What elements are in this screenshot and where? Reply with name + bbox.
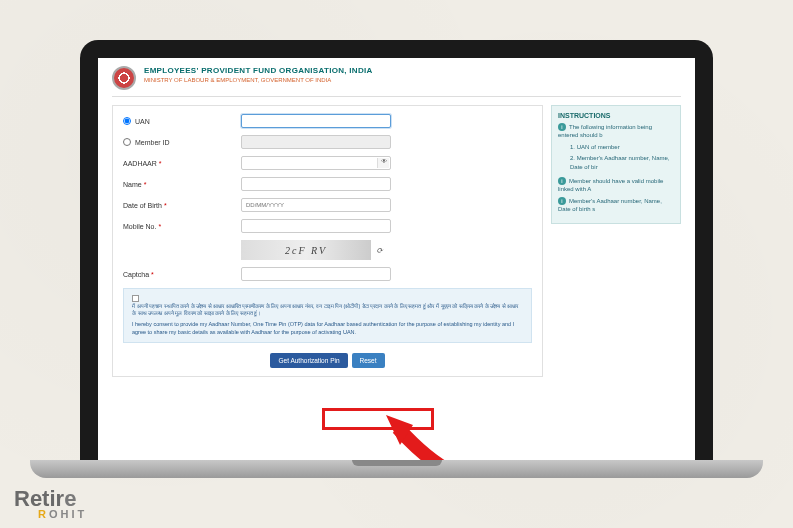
watermark: Retire ROHIT	[14, 486, 87, 520]
laptop-frame: EMPLOYEES' PROVIDENT FUND ORGANISATION, …	[80, 40, 713, 468]
aadhaar-input[interactable]	[241, 156, 391, 170]
page-header: EMPLOYEES' PROVIDENT FUND ORGANISATION, …	[112, 66, 681, 97]
instructions-title: INSTRUCTIONS	[558, 112, 674, 119]
member-id-input	[241, 135, 391, 149]
refresh-icon[interactable]: ⟳	[376, 246, 385, 255]
uan-input[interactable]	[241, 114, 391, 128]
dob-input[interactable]	[241, 198, 391, 212]
mobile-label: Mobile No.	[123, 223, 156, 230]
org-title: EMPLOYEES' PROVIDENT FUND ORGANISATION, …	[144, 66, 373, 75]
captcha-input[interactable]	[241, 267, 391, 281]
form-panel: UAN Member ID AADHAAR *	[112, 105, 543, 377]
consent-box: मैं अपनी पहचान स्थापित करने के उद्देश्य …	[123, 288, 532, 343]
screen: EMPLOYEES' PROVIDENT FUND ORGANISATION, …	[98, 58, 695, 468]
name-input[interactable]	[241, 177, 391, 191]
get-authorization-pin-button[interactable]: Get Authorization Pin	[270, 353, 347, 368]
consent-checkbox[interactable]	[132, 295, 139, 302]
org-subtitle: MINISTRY OF LABOUR & EMPLOYMENT, GOVERNM…	[144, 77, 373, 83]
reset-button[interactable]: Reset	[352, 353, 385, 368]
captcha-label: Captcha	[123, 271, 149, 278]
laptop-notch	[352, 460, 442, 466]
epfo-logo-icon	[112, 66, 136, 90]
info-icon: i	[558, 177, 566, 185]
member-id-radio[interactable]	[123, 138, 131, 146]
info-icon: i	[558, 197, 566, 205]
svg-marker-0	[386, 415, 413, 445]
dob-label: Date of Birth	[123, 202, 162, 209]
uan-radio[interactable]	[123, 117, 131, 125]
eye-icon[interactable]: 👁	[377, 158, 389, 168]
mobile-input[interactable]	[241, 219, 391, 233]
member-id-label: Member ID	[135, 139, 170, 146]
captcha-image: 2cF RV ⟳	[241, 240, 371, 260]
consent-text-hindi: मैं अपनी पहचान स्थापित करने के उद्देश्य …	[132, 303, 523, 318]
instructions-sidebar: INSTRUCTIONS iThe following information …	[551, 105, 681, 377]
aadhaar-label: AADHAAR	[123, 160, 157, 167]
highlight-annotation	[322, 408, 434, 430]
consent-text-english: I hereby consent to provide my Aadhaar N…	[132, 321, 514, 335]
info-icon: i	[558, 123, 566, 131]
name-label: Name	[123, 181, 142, 188]
laptop-base	[30, 460, 763, 478]
uan-label: UAN	[135, 118, 150, 125]
